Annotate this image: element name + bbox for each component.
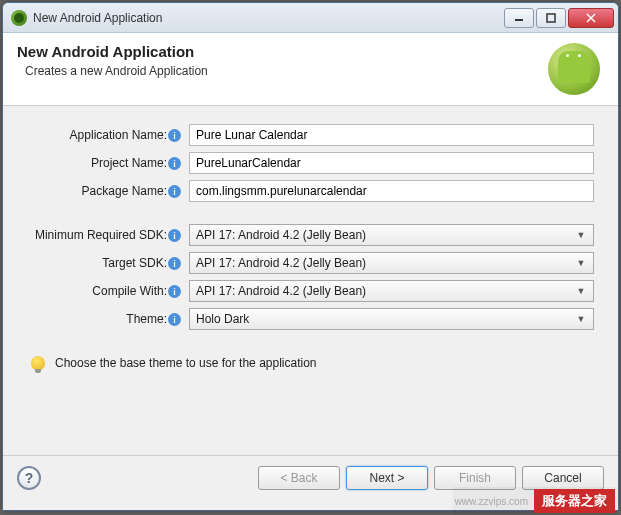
chevron-down-icon: ▼ <box>573 286 589 296</box>
svg-rect-1 <box>547 14 555 22</box>
watermark-url: www.zzvips.com <box>455 496 528 507</box>
project-name-input[interactable] <box>189 152 594 174</box>
application-name-input[interactable] <box>189 124 594 146</box>
window-title: New Android Application <box>33 11 504 25</box>
android-app-icon <box>11 10 27 26</box>
dialog-window: New Android Application New Android Appl… <box>2 2 619 511</box>
compile-with-combo[interactable]: API 17: Android 4.2 (Jelly Bean) ▼ <box>189 280 594 302</box>
label-target-sdk: Target SDK:i <box>27 256 183 271</box>
label-theme: Theme:i <box>27 312 183 327</box>
min-sdk-combo[interactable]: API 17: Android 4.2 (Jelly Bean) ▼ <box>189 224 594 246</box>
watermark: www.zzvips.com 服务器之家 <box>453 487 617 515</box>
minimize-icon <box>514 13 524 23</box>
theme-combo[interactable]: Holo Dark ▼ <box>189 308 594 330</box>
help-icon: ? <box>25 470 34 486</box>
lightbulb-icon <box>31 356 45 370</box>
close-button[interactable] <box>568 8 614 28</box>
chevron-down-icon: ▼ <box>573 314 589 324</box>
form-content: Application Name:i Project Name:i Packag… <box>3 106 618 455</box>
label-project-name: Project Name:i <box>27 156 183 171</box>
target-sdk-combo[interactable]: API 17: Android 4.2 (Jelly Bean) ▼ <box>189 252 594 274</box>
chevron-down-icon: ▼ <box>573 258 589 268</box>
back-button[interactable]: < Back <box>258 466 340 490</box>
next-button[interactable]: Next > <box>346 466 428 490</box>
hint-row: Choose the base theme to use for the app… <box>27 356 594 370</box>
maximize-icon <box>546 13 556 23</box>
minimize-button[interactable] <box>504 8 534 28</box>
label-package-name: Package Name:i <box>27 184 183 199</box>
info-icon[interactable]: i <box>168 129 181 142</box>
banner-title: New Android Application <box>17 43 548 60</box>
maximize-button[interactable] <box>536 8 566 28</box>
package-name-input[interactable] <box>189 180 594 202</box>
info-icon[interactable]: i <box>168 313 181 326</box>
label-application-name: Application Name:i <box>27 128 183 143</box>
label-min-sdk: Minimum Required SDK:i <box>27 228 183 243</box>
window-controls <box>504 8 614 28</box>
android-logo-icon <box>548 43 600 95</box>
label-compile-with: Compile With:i <box>27 284 183 299</box>
info-icon[interactable]: i <box>168 157 181 170</box>
hint-text: Choose the base theme to use for the app… <box>55 356 317 370</box>
info-icon[interactable]: i <box>168 185 181 198</box>
info-icon[interactable]: i <box>168 257 181 270</box>
banner-subtitle: Creates a new Android Application <box>17 64 548 78</box>
info-icon[interactable]: i <box>168 285 181 298</box>
info-icon[interactable]: i <box>168 229 181 242</box>
banner: New Android Application Creates a new An… <box>3 33 618 106</box>
chevron-down-icon: ▼ <box>573 230 589 240</box>
close-icon <box>586 13 596 23</box>
titlebar: New Android Application <box>3 3 618 33</box>
help-button[interactable]: ? <box>17 466 41 490</box>
watermark-badge: 服务器之家 <box>534 489 615 513</box>
